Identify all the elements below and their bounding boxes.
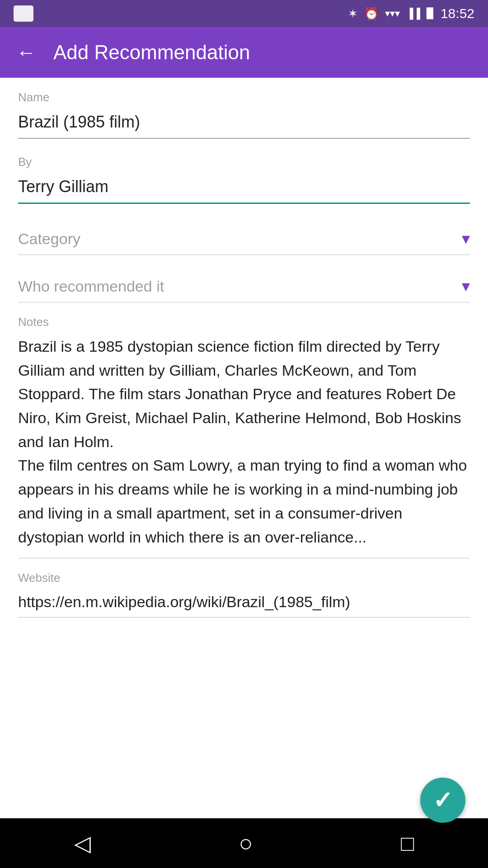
nav-home-icon: ○: [239, 830, 253, 856]
status-bar-left: [14, 5, 33, 22]
alarm-icon: ⏰: [364, 7, 379, 21]
back-button[interactable]: ←: [13, 38, 40, 67]
bluetooth-icon: ✶: [348, 7, 358, 21]
website-label: Website: [18, 558, 470, 589]
clock-display: 18:52: [441, 6, 474, 21]
website-section: Website https://en.m.wikipedia.org/wiki/…: [18, 558, 470, 618]
status-bar: ✶ ⏰ ▾▾▾ ▐▐ ▉ 18:52: [0, 0, 488, 27]
by-input[interactable]: [18, 173, 470, 204]
form-content: Name By Category ▾ Who recommended it ▾ …: [0, 78, 488, 868]
who-recommended-dropdown[interactable]: Who recommended it ▾: [18, 269, 470, 302]
category-chevron-down-icon: ▾: [462, 229, 470, 248]
page-title: Add Recommendation: [53, 41, 250, 64]
nav-back-icon: ◁: [74, 831, 91, 855]
back-arrow-icon: ←: [16, 41, 36, 64]
name-input[interactable]: [18, 108, 470, 139]
save-fab-button[interactable]: ✓: [420, 778, 465, 823]
check-icon: ✓: [433, 787, 453, 814]
photo-gallery-icon: [14, 5, 33, 22]
nav-home-button[interactable]: ○: [239, 830, 253, 857]
category-dropdown[interactable]: Category ▾: [18, 221, 470, 255]
website-value[interactable]: https://en.m.wikipedia.org/wiki/Brazil_(…: [18, 589, 470, 618]
navigation-bar: ◁ ○ □: [0, 818, 488, 868]
notes-label: Notes: [18, 302, 470, 335]
by-field-group: By: [18, 142, 470, 208]
battery-icon: ▉: [427, 8, 434, 19]
name-label: Name: [18, 90, 470, 104]
nav-back-button[interactable]: ◁: [74, 830, 91, 856]
signal-icon: ▐▐: [406, 8, 420, 19]
status-bar-right: ✶ ⏰ ▾▾▾ ▐▐ ▉ 18:52: [348, 6, 474, 21]
who-recommended-chevron-down-icon: ▾: [462, 277, 470, 296]
wifi-icon: ▾▾▾: [385, 8, 400, 19]
nav-recents-button[interactable]: □: [401, 831, 414, 856]
notes-section: Notes Brazil is a 1985 dystopian science…: [18, 302, 470, 558]
toolbar: ← Add Recommendation: [0, 27, 488, 78]
nav-recents-icon: □: [401, 831, 414, 855]
category-placeholder: Category: [18, 230, 80, 248]
notes-text[interactable]: Brazil is a 1985 dystopian science ficti…: [18, 335, 470, 558]
name-field-group: Name: [18, 78, 470, 142]
who-recommended-placeholder: Who recommended it: [18, 278, 164, 295]
by-label: By: [18, 155, 470, 169]
